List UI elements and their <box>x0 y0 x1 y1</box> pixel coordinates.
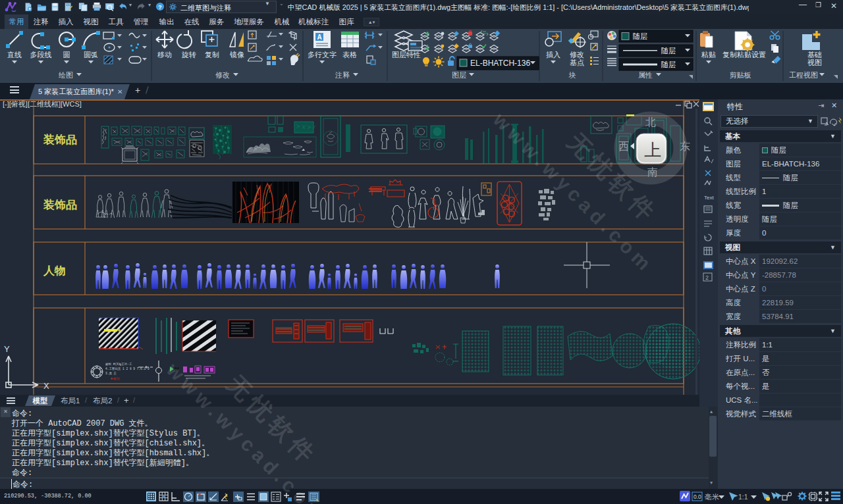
svg-text:装饰品: 装饰品 <box>43 199 77 211</box>
svg-text:随层: 随层 <box>661 47 676 55</box>
svg-text:★标注: ★标注 <box>110 376 120 381</box>
svg-text:东: 东 <box>680 141 690 152</box>
svg-text:0.0: 0.0 <box>693 493 701 500</box>
svg-text:2: 2 <box>705 274 709 281</box>
svg-text:材料 #(X海正弦-工: 材料 #(X海正弦-工 <box>105 362 132 366</box>
svg-text:圆弧: 圆弧 <box>84 51 98 59</box>
svg-text:剪贴板: 剪贴板 <box>730 71 751 79</box>
svg-text:修改: 修改 <box>215 71 230 79</box>
svg-text:工程视图: 工程视图 <box>789 71 818 79</box>
svg-text:X: X <box>43 381 49 391</box>
svg-text:块: 块 <box>569 71 576 79</box>
svg-text:图层特性: 图层特性 <box>392 51 421 59</box>
svg-text:3.类 正: 3.类 正 <box>105 371 117 375</box>
svg-text:复制: 复制 <box>205 51 219 59</box>
svg-text:多段线: 多段线 <box>30 51 52 59</box>
svg-text:圆: 圆 <box>63 51 70 59</box>
svg-text:随层: 随层 <box>661 61 676 68</box>
svg-text:注释: 注释 <box>335 71 350 79</box>
svg-text:Text: Text <box>704 195 714 201</box>
svg-text:基础: 基础 <box>807 51 822 59</box>
svg-text:南: 南 <box>647 166 658 178</box>
svg-text:西: 西 <box>618 141 629 152</box>
svg-text:移动: 移动 <box>157 51 172 59</box>
svg-text:复制粘贴设置: 复制粘贴设置 <box>722 51 766 59</box>
svg-text:A: A <box>317 34 321 41</box>
svg-text:1:1: 1:1 <box>738 493 748 501</box>
svg-text:表格: 表格 <box>342 51 357 59</box>
svg-text:随层: 随层 <box>633 32 647 40</box>
svg-text:图层: 图层 <box>452 71 466 79</box>
svg-text:旋转: 旋转 <box>181 51 196 59</box>
svg-text:人物: 人物 <box>43 265 66 277</box>
svg-text:?: ? <box>158 4 161 11</box>
svg-text:修改: 修改 <box>570 51 584 59</box>
svg-text:上: 上 <box>644 140 661 160</box>
svg-text:EL-BHATCH-136: EL-BHATCH-136 <box>470 59 530 68</box>
svg-text:多行文字: 多行文字 <box>308 51 337 59</box>
svg-text:镜像: 镜像 <box>229 51 244 59</box>
svg-text:毫米: 毫米 <box>705 493 719 501</box>
svg-text:北: 北 <box>645 116 656 128</box>
svg-text:粘贴: 粘贴 <box>701 51 716 59</box>
svg-text:绘图: 绘图 <box>59 71 73 79</box>
svg-text:基点: 基点 <box>570 59 584 66</box>
svg-text:属性: 属性 <box>638 71 653 79</box>
svg-text:装饰品: 装饰品 <box>43 134 77 146</box>
svg-text:视图: 视图 <box>807 59 822 66</box>
svg-text:直线: 直线 <box>7 51 22 59</box>
svg-text:[-][俯视][二维线框][WCS]: [-][俯视][二维线框][WCS] <box>3 100 82 108</box>
svg-text:插入: 插入 <box>546 51 560 59</box>
svg-text:Y: Y <box>4 344 10 354</box>
